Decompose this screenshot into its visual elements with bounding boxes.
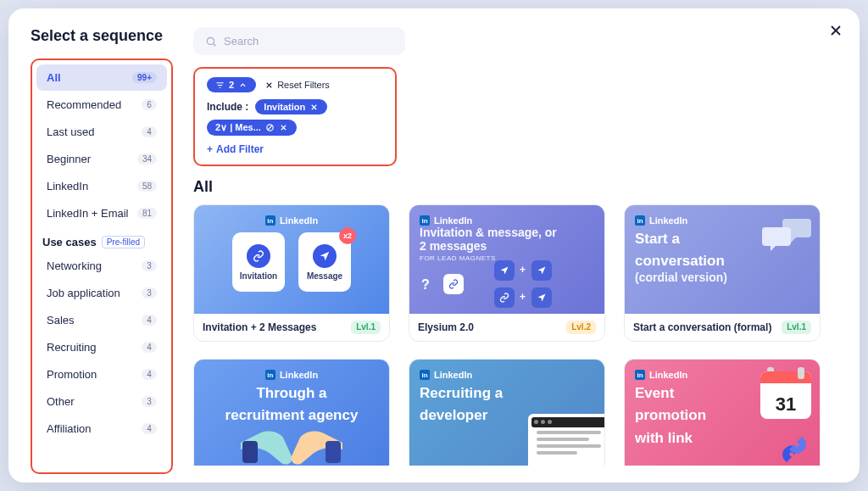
sidebar-item-promotion[interactable]: Promotion4 [36, 361, 167, 388]
sidebar-item-count: 4 [142, 342, 157, 353]
hero-line: Recruiting a [420, 385, 594, 402]
link-icon [253, 250, 264, 262]
close-icon[interactable] [279, 123, 288, 132]
send-icon [319, 250, 331, 262]
search-input[interactable]: Search [193, 27, 405, 55]
card-title: Invitation + 2 Messages [203, 321, 316, 333]
sidebar-item-label: Other [47, 395, 75, 408]
sidebar-item-label: LinkedIn [47, 180, 88, 192]
linkedin-label: LinkedIn [280, 370, 318, 380]
sidebar-item-count: 4 [142, 315, 157, 326]
sequence-card[interactable]: inLinkedIn Recruiting a developer Recrui… [409, 359, 605, 466]
sidebar-item-sales[interactable]: Sales4 [36, 307, 167, 333]
sidebar-item-count: 4 [142, 126, 157, 137]
chevron-up-icon [238, 81, 248, 90]
plus-icon: + [207, 143, 213, 155]
node-icon [531, 287, 552, 308]
sidebar-item-label: Promotion [47, 368, 97, 381]
linkedin-label: LinkedIn [434, 215, 472, 226]
close-icon [264, 81, 274, 90]
sidebar-item-count: 4 [142, 423, 157, 434]
sidebar: Select a sequence All 99+ Recommended 6 … [31, 27, 173, 466]
linkedin-label: LinkedIn [649, 370, 687, 380]
sidebar-item-jobapp[interactable]: Job application3 [36, 280, 167, 306]
sidebar-item-other[interactable]: Other3 [36, 388, 167, 415]
card-hero: inLinkedIn Through a recruitment agency [194, 360, 389, 466]
level-badge: Lvl.1 [782, 321, 811, 334]
sequence-card[interactable]: inLinkedIn Through a recruitment agency … [193, 359, 390, 466]
card-hero: inLinkedIn Event promotion with link 31 [625, 360, 820, 466]
close-icon [827, 22, 844, 39]
filter-count: 2 [229, 80, 234, 90]
filter-panel-highlight: 2 Reset Filters Include : Invitation 2∨ … [193, 67, 397, 166]
tile-label: Message [307, 271, 342, 281]
chip-text: 2∨ | Mes... [215, 122, 261, 133]
filter-chip-messages[interactable]: 2∨ | Mes... [207, 120, 297, 136]
sequence-card[interactable]: inLinkedIn Invitation & message, or 2 me… [409, 204, 605, 342]
chain-link-icon [774, 432, 815, 466]
select-sequence-modal: Select a sequence All 99+ Recommended 6 … [8, 8, 860, 483]
sidebar-item-label: Job application [47, 287, 120, 299]
sidebar-item-recommended[interactable]: Recommended 6 [36, 92, 167, 118]
speech-bubbles-icon [760, 215, 813, 261]
flow-diagram: ? + + [420, 262, 594, 304]
sidebar-item-linkedin-email[interactable]: LinkedIn + Email 81 [36, 200, 167, 226]
sequence-card-grid: inLinkedIn Invitation x2 Message [193, 204, 837, 466]
card-title: Elysium 2.0 [418, 321, 474, 333]
sidebar-item-networking[interactable]: Networking3 [36, 253, 167, 279]
handshake-icon [194, 424, 389, 466]
modal-title: Select a sequence [31, 27, 173, 45]
sequence-card[interactable]: inLinkedIn Invitation x2 Message [193, 204, 390, 342]
sidebar-item-linkedin[interactable]: LinkedIn 58 [36, 173, 167, 199]
sequence-card[interactable]: inLinkedIn Start a conversation (cordial… [624, 204, 821, 342]
sidebar-item-all[interactable]: All 99+ [36, 64, 167, 91]
tile-invitation: Invitation [232, 232, 285, 292]
linkedin-icon: in [420, 215, 430, 226]
main-area: Search 2 Reset Filters Include : Invitat… [193, 27, 837, 466]
block-icon [265, 123, 275, 132]
close-button[interactable] [827, 22, 844, 42]
card-hero: inLinkedIn Invitation x2 Message [194, 205, 389, 314]
sidebar-list-highlight: All 99+ Recommended 6 Last used 4 Beginn… [31, 59, 173, 474]
sidebar-item-recruiting[interactable]: Recruiting4 [36, 334, 167, 360]
sidebar-item-label: Last used [47, 126, 94, 138]
linkedin-icon: in [420, 370, 430, 380]
sidebar-item-label: Affiliation [47, 422, 92, 435]
sidebar-item-count: 4 [142, 369, 157, 380]
sidebar-item-lastused[interactable]: Last used 4 [36, 119, 167, 145]
linkedin-icon: in [265, 215, 275, 226]
sidebar-item-label: All [47, 71, 61, 84]
filter-count-toggle[interactable]: 2 [207, 77, 256, 92]
include-label: Include : [207, 101, 248, 113]
level-badge: Lvl.2 [566, 321, 596, 334]
reset-filters-label: Reset Filters [277, 80, 330, 90]
card-hero: inLinkedIn Recruiting a developer [409, 360, 604, 466]
close-icon[interactable] [309, 103, 319, 112]
node-icon [494, 260, 515, 281]
hero-subtext: (cordial version) [635, 271, 810, 284]
add-filter-button[interactable]: + Add Filter [207, 143, 264, 155]
calendar-icon: 31 [760, 371, 811, 419]
hero-line: 2 messages [420, 239, 594, 253]
reset-filters-button[interactable]: Reset Filters [264, 80, 330, 90]
sidebar-item-count: 3 [142, 287, 157, 299]
tile-pair: Invitation x2 Message [232, 232, 351, 292]
sidebar-item-label: Networking [47, 259, 102, 272]
sequence-card[interactable]: inLinkedIn Event promotion with link 31 … [624, 359, 821, 466]
sidebar-item-affiliation[interactable]: Affiliation4 [36, 416, 167, 442]
linkedin-icon: in [265, 370, 275, 380]
node-icon [494, 287, 515, 308]
sidebar-item-beginner[interactable]: Beginner 34 [36, 146, 167, 172]
card-hero: inLinkedIn Start a conversation (cordial… [625, 205, 820, 314]
hero-line: Through a [256, 385, 326, 402]
hero-line: Invitation & message, or [420, 226, 594, 239]
sidebar-item-label: Recruiting [47, 341, 97, 354]
search-placeholder: Search [224, 35, 259, 47]
level-badge: Lvl.1 [351, 321, 381, 334]
prefilled-badge: Pre-filled [102, 236, 145, 248]
sidebar-item-label: Beginner [47, 153, 91, 165]
filter-chip-invitation[interactable]: Invitation [255, 99, 327, 114]
usecases-header: Use cases Pre-filled [32, 227, 171, 252]
sidebar-item-count: 99+ [132, 72, 157, 83]
hero-line: recruitment agency [225, 407, 359, 424]
